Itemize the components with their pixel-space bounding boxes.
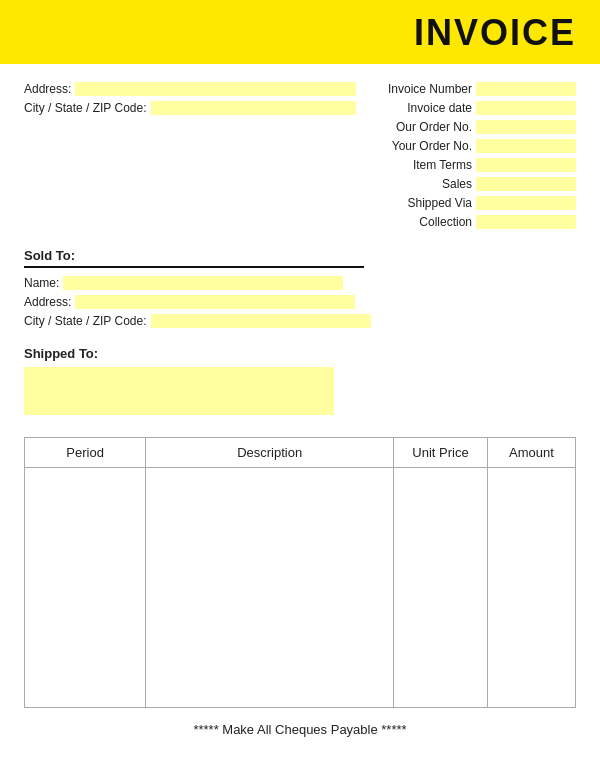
sold-to-city-input[interactable] [151, 314, 371, 328]
unit-price-cell[interactable] [394, 468, 488, 708]
invoice-title: INVOICE [24, 12, 576, 54]
from-city-row: City / State / ZIP Code: [24, 101, 356, 115]
shipped-to-input[interactable] [24, 367, 334, 415]
col-unit-price-header: Unit Price [394, 438, 488, 468]
sales-row: Sales [356, 177, 576, 191]
item-terms-row: Item Terms [356, 158, 576, 172]
shipped-to-label: Shipped To: [24, 346, 576, 361]
col-period-header: Period [25, 438, 146, 468]
item-terms-input[interactable] [476, 158, 576, 172]
page-footer: ***** Make All Cheques Payable ***** [0, 722, 600, 751]
sold-to-address-input[interactable] [75, 295, 355, 309]
sold-to-city-label: City / State / ZIP Code: [24, 314, 147, 328]
collection-row: Collection [356, 215, 576, 229]
sales-input[interactable] [476, 177, 576, 191]
sold-to-name-row: Name: [24, 276, 576, 290]
sold-to-name-label: Name: [24, 276, 59, 290]
invoice-number-input[interactable] [476, 82, 576, 96]
description-cell[interactable] [146, 468, 394, 708]
period-cell[interactable] [25, 468, 146, 708]
shipped-via-input[interactable] [476, 196, 576, 210]
sold-to-address-label: Address: [24, 295, 71, 309]
col-description-header: Description [146, 438, 394, 468]
collection-input[interactable] [476, 215, 576, 229]
sold-to-section: Sold To: Name: Address: City / State / Z… [24, 248, 576, 328]
from-address-row: Address: [24, 82, 356, 96]
our-order-label: Our Order No. [396, 120, 472, 134]
your-order-input[interactable] [476, 139, 576, 153]
collection-label: Collection [419, 215, 472, 229]
sold-to-address-row: Address: [24, 295, 576, 309]
sold-to-label: Sold To: [24, 248, 364, 268]
from-city-label: City / State / ZIP Code: [24, 101, 147, 115]
invoice-number-row: Invoice Number [356, 82, 576, 96]
top-section: Address: City / State / ZIP Code: Invoic… [24, 82, 576, 234]
sold-to-fields: Name: Address: City / State / ZIP Code: [24, 276, 576, 328]
top-content: Address: City / State / ZIP Code: Invoic… [0, 64, 600, 415]
from-address-section: Address: City / State / ZIP Code: [24, 82, 356, 234]
line-items-table: Period Description Unit Price Amount [24, 437, 576, 708]
shipped-via-row: Shipped Via [356, 196, 576, 210]
sold-to-name-input[interactable] [63, 276, 343, 290]
invoice-date-row: Invoice date [356, 101, 576, 115]
sales-label: Sales [442, 177, 472, 191]
your-order-label: Your Order No. [392, 139, 472, 153]
table-header-row: Period Description Unit Price Amount [25, 438, 576, 468]
shipped-to-section: Shipped To: [24, 346, 576, 415]
our-order-input[interactable] [476, 120, 576, 134]
from-city-input[interactable] [151, 101, 357, 115]
invoice-number-label: Invoice Number [388, 82, 472, 96]
invoice-date-label: Invoice date [407, 101, 472, 115]
from-address-input[interactable] [75, 82, 356, 96]
col-amount-header: Amount [487, 438, 575, 468]
line-items-table-section: Period Description Unit Price Amount [0, 437, 600, 708]
table-row [25, 468, 576, 708]
shipped-via-label: Shipped Via [408, 196, 473, 210]
sold-to-city-row: City / State / ZIP Code: [24, 314, 576, 328]
item-terms-label: Item Terms [413, 158, 472, 172]
your-order-row: Your Order No. [356, 139, 576, 153]
our-order-row: Our Order No. [356, 120, 576, 134]
amount-cell[interactable] [487, 468, 575, 708]
page-header: INVOICE [0, 0, 600, 64]
invoice-fields-section: Invoice Number Invoice date Our Order No… [356, 82, 576, 234]
footer-text: ***** Make All Cheques Payable ***** [193, 722, 406, 737]
invoice-date-input[interactable] [476, 101, 576, 115]
from-address-label: Address: [24, 82, 71, 96]
